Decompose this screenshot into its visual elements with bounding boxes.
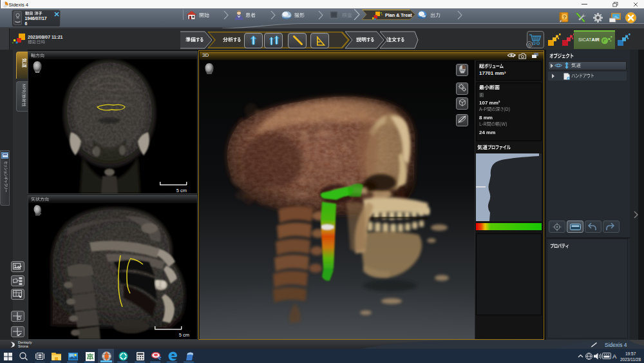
svg-text:0: 0 [528,42,531,48]
svg-text:?: ? [563,14,566,20]
svg-text:5 cm: 5 cm [176,188,187,193]
svg-text:5 cm: 5 cm [179,332,189,338]
